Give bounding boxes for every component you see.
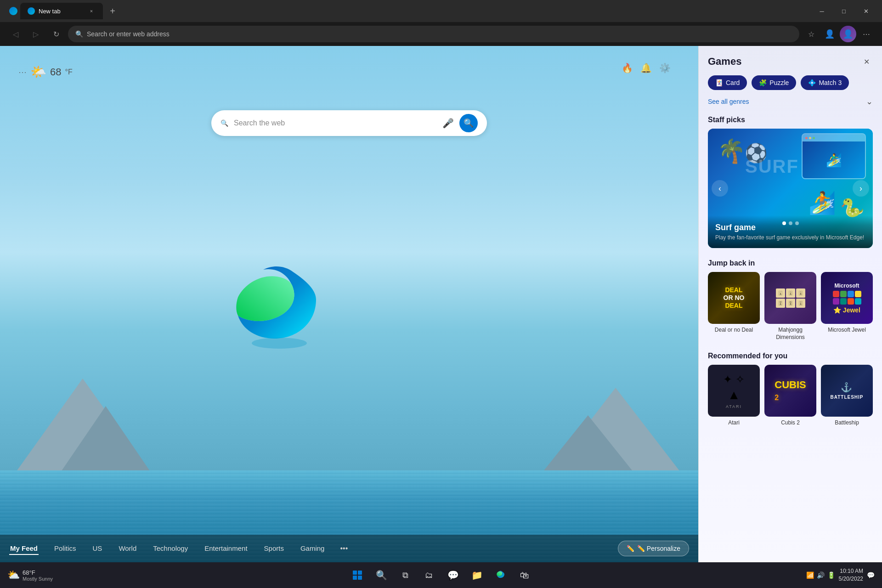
panel-close-button[interactable]: ✕ bbox=[860, 55, 873, 68]
minimize-button[interactable]: ─ bbox=[811, 4, 832, 18]
collections-button[interactable]: 👤 bbox=[821, 26, 838, 42]
clock-time: 10:10 AM bbox=[839, 567, 863, 575]
more-tabs-button[interactable]: ••• bbox=[340, 544, 348, 553]
tab-politics[interactable]: Politics bbox=[53, 543, 77, 555]
tab-my-feed[interactable]: My Feed bbox=[9, 543, 39, 555]
game-atari[interactable]: ✦ ✧ ▲ ATARI Atari bbox=[708, 365, 760, 427]
genre-match3-button[interactable]: 💠 Match 3 bbox=[801, 75, 849, 90]
edge-taskbar-button[interactable] bbox=[491, 565, 511, 585]
notification-icon[interactable]: 💬 bbox=[867, 571, 875, 579]
genre-buttons: 🃏 Card 🧩 Puzzle 💠 Match 3 bbox=[699, 73, 882, 95]
surfer-character: 🏄 bbox=[808, 190, 836, 216]
new-tab-button[interactable]: + bbox=[106, 4, 119, 18]
see-all-genres-link[interactable]: See all genres bbox=[708, 98, 749, 105]
atari-thumbnail: ✦ ✧ ▲ ATARI bbox=[708, 365, 760, 417]
new-tab-page: ⋯ 🌤️ 68 °F 🔥 🔔 ⚙️ 🔍 Search the web 🎤 🔍 bbox=[0, 46, 698, 562]
network-icon[interactable]: 📶 bbox=[806, 571, 814, 579]
system-clock[interactable]: 10:10 AM 5/20/2022 bbox=[839, 567, 863, 583]
weather-dots-icon: ⋯ bbox=[18, 67, 27, 77]
microphone-icon[interactable]: 🎤 bbox=[442, 118, 454, 129]
staff-picks-carousel[interactable]: 🌴 ⚽ SURF GAME 🏄 🐍 🏄‍♂️ bbox=[708, 129, 873, 248]
close-tab-button[interactable]: × bbox=[87, 7, 96, 15]
carousel-dot-2[interactable] bbox=[789, 221, 792, 225]
game-cubis[interactable]: CUBIS2 Cubis 2 bbox=[764, 365, 816, 427]
svg-rect-3 bbox=[353, 576, 357, 580]
search-icon: 🔍 bbox=[75, 30, 83, 38]
jewel-green bbox=[840, 291, 847, 297]
tab-world[interactable]: World bbox=[118, 543, 137, 555]
carousel-dot-3[interactable] bbox=[795, 221, 799, 225]
jewel-background: Microsoft bbox=[821, 272, 873, 324]
fire-icon[interactable]: 🔥 bbox=[622, 62, 633, 74]
carousel-next-button[interactable]: › bbox=[853, 180, 869, 197]
battery-icon[interactable]: 🔋 bbox=[827, 571, 835, 579]
close-window-button[interactable]: ✕ bbox=[855, 4, 876, 18]
see-all-row: See all genres ⌄ bbox=[699, 95, 882, 112]
tile-4: 🀊 bbox=[776, 299, 785, 308]
files-button[interactable]: 📁 bbox=[467, 565, 487, 585]
forward-button[interactable]: ▷ bbox=[28, 26, 44, 42]
weather-widget[interactable]: ⋯ 🌤️ 68 °F bbox=[18, 64, 73, 79]
carousel-previous-button[interactable]: ‹ bbox=[712, 180, 728, 197]
tile-5: 🀋 bbox=[786, 299, 795, 308]
game-deal-or-no-deal[interactable]: DEALOR NODEAL Deal or no Deal bbox=[708, 272, 760, 341]
personalize-button[interactable]: ✏️ ✏️ Personalize bbox=[618, 541, 689, 556]
palm-tree-decoration: 🌴 bbox=[717, 138, 746, 164]
tab-us[interactable]: US bbox=[92, 543, 103, 555]
jewel-yellow bbox=[855, 291, 861, 297]
profile-button[interactable]: 👤 bbox=[840, 26, 856, 42]
staff-picks-title: Staff picks bbox=[699, 112, 882, 129]
game-battleship[interactable]: ⚓ BATTLESHIP Battleship bbox=[821, 365, 873, 427]
game-preview-frame: 🏄‍♂️ bbox=[802, 133, 866, 179]
svg-rect-1 bbox=[353, 571, 357, 575]
start-button[interactable] bbox=[347, 565, 368, 585]
recommended-title: Recommended for you bbox=[699, 348, 882, 365]
weather-icon: 🌤️ bbox=[30, 64, 46, 79]
tab-sports[interactable]: Sports bbox=[263, 543, 285, 555]
back-button[interactable]: ◁ bbox=[7, 26, 24, 42]
panel-header: Games ✕ bbox=[699, 46, 882, 73]
cubis-title: CUBIS2 bbox=[775, 379, 806, 403]
tab-entertainment[interactable]: Entertainment bbox=[204, 543, 248, 555]
address-bar[interactable]: 🔍 Search or enter web address bbox=[68, 26, 799, 42]
recommended-grid: ✦ ✧ ▲ ATARI Atari CUBIS2 bbox=[699, 365, 882, 434]
maximize-button[interactable]: □ bbox=[833, 4, 854, 18]
genre-puzzle-button[interactable]: 🧩 Puzzle bbox=[752, 75, 796, 90]
widgets-button[interactable]: 🗂 bbox=[419, 565, 439, 585]
notification-bell-icon[interactable]: 🔔 bbox=[640, 62, 652, 74]
svg-point-0 bbox=[252, 338, 307, 349]
battleship-title: BATTLESHIP bbox=[830, 395, 863, 400]
settings-button[interactable]: ⋯ bbox=[858, 26, 875, 42]
tab-gaming[interactable]: Gaming bbox=[300, 543, 326, 555]
search-input[interactable]: Search the web bbox=[234, 119, 437, 127]
deal-label: Deal or no Deal bbox=[715, 327, 753, 334]
search-button[interactable]: 🔍 bbox=[371, 565, 391, 585]
carousel-dot-1[interactable] bbox=[782, 221, 786, 225]
weather-unit: °F bbox=[65, 68, 72, 76]
tile-6: 🀌 bbox=[796, 299, 805, 308]
jewel-red bbox=[833, 291, 839, 297]
active-tab[interactable]: New tab × bbox=[20, 3, 103, 19]
genres-chevron-icon[interactable]: ⌄ bbox=[866, 96, 873, 107]
task-view-button[interactable]: ⧉ bbox=[395, 565, 415, 585]
store-button[interactable]: 🛍 bbox=[514, 565, 535, 585]
battleship-icon: ⚓ bbox=[830, 382, 863, 393]
jump-back-title: Jump back in bbox=[699, 255, 882, 272]
favorites-button[interactable]: ☆ bbox=[803, 26, 820, 42]
tile-2: 🀈 bbox=[786, 288, 795, 298]
volume-icon[interactable]: 🔊 bbox=[817, 571, 825, 579]
jewel-title: Microsoft bbox=[833, 283, 861, 314]
tab-technology[interactable]: Technology bbox=[152, 543, 189, 555]
game-jewel[interactable]: Microsoft bbox=[821, 272, 873, 341]
deal-text: DEALOR NODEAL bbox=[724, 286, 745, 309]
refresh-button[interactable]: ↻ bbox=[48, 26, 64, 42]
chat-button[interactable]: 💬 bbox=[443, 565, 463, 585]
game-mahjongg[interactable]: 🀇 🀈 🀉 🀊 🀋 🀌 Mahjongg Dimensions bbox=[764, 272, 816, 341]
search-submit-button[interactable]: 🔍 bbox=[459, 114, 478, 132]
card-icon: 🃏 bbox=[715, 79, 723, 86]
taskbar-weather-widget[interactable]: ⛅ 68°F Mostly Sunny bbox=[7, 569, 53, 582]
jewel-label: Microsoft Jewel bbox=[828, 327, 866, 334]
search-bar[interactable]: 🔍 Search the web 🎤 🔍 bbox=[211, 110, 487, 136]
genre-card-button[interactable]: 🃏 Card bbox=[708, 75, 747, 90]
settings-gear-icon[interactable]: ⚙️ bbox=[659, 62, 671, 74]
